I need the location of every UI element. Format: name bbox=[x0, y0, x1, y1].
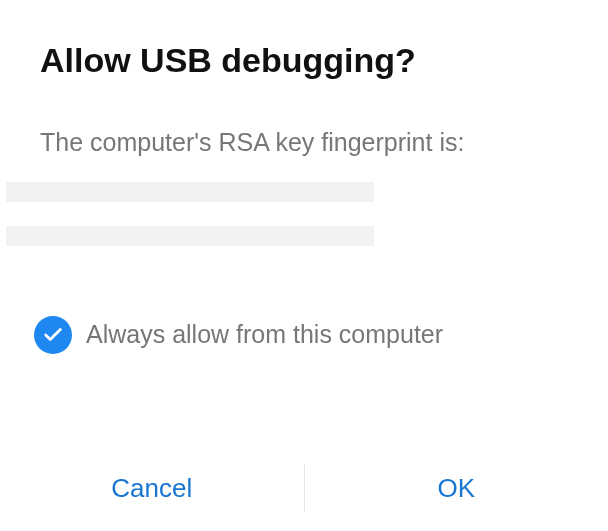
dialog-title: Allow USB debugging? bbox=[0, 0, 608, 82]
ok-button[interactable]: OK bbox=[305, 453, 609, 523]
fingerprint-line bbox=[6, 182, 374, 202]
checkmark-icon bbox=[34, 316, 72, 354]
always-allow-checkbox[interactable]: Always allow from this computer bbox=[0, 270, 608, 354]
always-allow-label: Always allow from this computer bbox=[86, 320, 443, 349]
cancel-button[interactable]: Cancel bbox=[0, 453, 304, 523]
fingerprint-line bbox=[6, 226, 374, 246]
dialog-message: The computer's RSA key fingerprint is: bbox=[0, 82, 608, 160]
fingerprint-placeholder bbox=[0, 160, 608, 246]
dialog-button-bar: Cancel OK bbox=[0, 453, 608, 523]
